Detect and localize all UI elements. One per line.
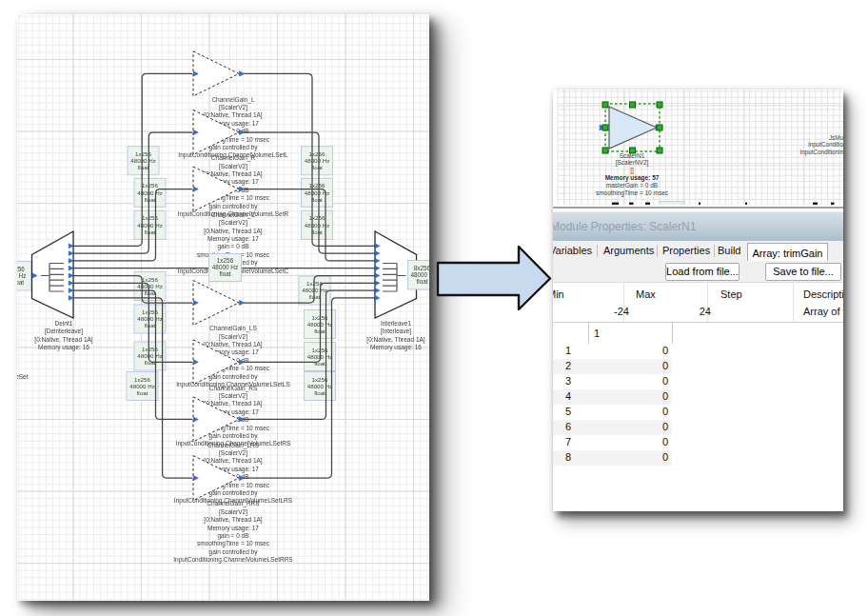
svg-text:ScalerN1: ScalerN1 bbox=[620, 152, 645, 159]
svg-text:ChannelGain_LRS: ChannelGain_LRS bbox=[207, 442, 260, 449]
svg-text:gain = 0 dB: gain = 0 dB bbox=[217, 243, 248, 250]
svg-text:00 Hz: 00 Hz bbox=[17, 272, 26, 279]
svg-text:8x256: 8x256 bbox=[414, 265, 429, 271]
svg-text:Interleave1: Interleave1 bbox=[381, 320, 412, 327]
svg-text:ChannelGain_LS: ChannelGain_LS bbox=[209, 325, 257, 332]
svg-text:gain controlled by: gain controlled by bbox=[209, 373, 259, 381]
svg-text:Memory usage: 16: Memory usage: 16 bbox=[38, 344, 89, 351]
svg-text:[Deinterleave]: [Deinterleave] bbox=[45, 328, 83, 335]
svg-text:1x256: 1x256 bbox=[309, 214, 326, 221]
svg-text:[0:Native, Thread 1A]: [0:Native, Thread 1A] bbox=[204, 228, 262, 235]
svg-text:[ScalerV2]: [ScalerV2] bbox=[219, 104, 247, 111]
svg-text:gain controlled by: gain controlled by bbox=[209, 203, 259, 210]
svg-text:1x256: 1x256 bbox=[142, 182, 158, 189]
svg-text:masterGain = 0 dB: masterGain = 0 dB bbox=[606, 182, 658, 189]
svg-text:48000 H: 48000 H bbox=[410, 271, 429, 278]
svg-text:gain controlled by: gain controlled by bbox=[209, 144, 259, 151]
svg-text:float: float bbox=[145, 322, 156, 328]
svg-text:float: float bbox=[145, 196, 156, 203]
svg-text:gain controlled by: gain controlled by bbox=[209, 548, 259, 556]
svg-text:float: float bbox=[314, 389, 326, 396]
svg-text:float: float bbox=[309, 293, 321, 300]
svg-text:48000 Hz: 48000 Hz bbox=[137, 222, 163, 229]
svg-text:[ScalerV2]: [ScalerV2] bbox=[219, 219, 247, 227]
svg-text:48000 Hz: 48000 Hz bbox=[305, 157, 330, 164]
svg-text:float: float bbox=[138, 164, 149, 170]
svg-text:InputConditionin: InputConditionin bbox=[799, 149, 843, 156]
svg-text:48000 Hz: 48000 Hz bbox=[307, 383, 333, 389]
svg-text:ChannelGain_C: ChannelGain_C bbox=[211, 211, 256, 219]
svg-text:gain controlled by: gain controlled by bbox=[209, 432, 259, 440]
svg-text:gain controlled by: gain controlled by bbox=[209, 489, 259, 497]
svg-text:48000 Hz: 48000 Hz bbox=[212, 264, 238, 270]
svg-text:smoothingTime = 10 msec: smoothingTime = 10 msec bbox=[197, 540, 270, 547]
svg-text:float: float bbox=[416, 278, 427, 285]
svg-text:[0:Native, Thread 1A]: [0:Native, Thread 1A] bbox=[204, 516, 262, 524]
svg-text:1x256: 1x256 bbox=[217, 257, 234, 264]
svg-text:48000 Hz: 48000 Hz bbox=[137, 315, 163, 322]
svg-text:Deint1: Deint1 bbox=[55, 320, 73, 327]
svg-text:[ScalerV2]: [ScalerV2] bbox=[219, 333, 247, 341]
svg-text:float: float bbox=[219, 270, 230, 277]
svg-text:seSet: seSet bbox=[17, 373, 29, 380]
svg-text:1x256: 1x256 bbox=[142, 276, 158, 283]
svg-text:float: float bbox=[145, 229, 156, 235]
svg-text:[0:Native, Thread 1A]: [0:Native, Thread 1A] bbox=[204, 457, 262, 465]
svg-text:48000 Hz: 48000 Hz bbox=[137, 189, 163, 196]
svg-text:float: float bbox=[311, 196, 323, 203]
svg-text:[]: [] bbox=[630, 167, 634, 174]
svg-text:[Interleave]: [Interleave] bbox=[381, 328, 411, 335]
svg-text:48000 Hz: 48000 Hz bbox=[137, 352, 163, 359]
svg-text:Memory usage: 16: Memory usage: 16 bbox=[370, 344, 422, 351]
svg-text:float: float bbox=[311, 229, 323, 235]
svg-text:[0:Native, Thread 1A]: [0:Native, Thread 1A] bbox=[34, 336, 92, 344]
svg-text:48000 Hz: 48000 Hz bbox=[129, 383, 155, 389]
svg-text:[0:Native, Thread 1A]: [0:Native, Thread 1A] bbox=[366, 336, 424, 344]
svg-text:float: float bbox=[17, 279, 24, 286]
svg-text:ChannelGain_R: ChannelGain_R bbox=[211, 154, 256, 162]
svg-text:ChannelGain_RRS: ChannelGain_RRS bbox=[207, 500, 260, 507]
svg-text:[ScalerV2]: [ScalerV2] bbox=[219, 392, 247, 400]
svg-text:InputConditioning.ChannelVolum: InputConditioning.ChannelVolumeLSetRRS bbox=[173, 556, 293, 564]
svg-text:ChannelGain_L: ChannelGain_L bbox=[211, 96, 255, 104]
svg-text:smoothingTime = 10 msec: smoothingTime = 10 msec bbox=[596, 189, 669, 197]
svg-text:[0:Native, Thread 1A]: [0:Native, Thread 1A] bbox=[204, 341, 262, 348]
svg-text:1x256: 1x256 bbox=[309, 182, 326, 189]
svg-text:Memory usage: 17: Memory usage: 17 bbox=[207, 235, 259, 243]
svg-text:48000 Hz: 48000 Hz bbox=[130, 157, 156, 164]
svg-text:1x256: 1x256 bbox=[134, 376, 150, 383]
svg-text:Memory usage: 17: Memory usage: 17 bbox=[207, 525, 259, 532]
svg-text:gain = 0 dB: gain = 0 dB bbox=[217, 532, 248, 540]
svg-text:[ScalerNV2]: [ScalerNV2] bbox=[616, 159, 649, 167]
svg-text:[ScalerV2]: [ScalerV2] bbox=[219, 449, 247, 457]
svg-text:float: float bbox=[137, 389, 148, 396]
svg-text:[ScalerV2]: [ScalerV2] bbox=[219, 508, 247, 516]
svg-text:1x256: 1x256 bbox=[309, 150, 326, 157]
svg-text:Memory usage: 57: Memory usage: 57 bbox=[605, 174, 660, 182]
svg-text:[ScalerV2]: [ScalerV2] bbox=[219, 163, 247, 170]
svg-text:[0:Native, Thread 1A]: [0:Native, Thread 1A] bbox=[204, 111, 262, 119]
svg-text:ChannelGain_RS: ChannelGain_RS bbox=[209, 385, 258, 392]
svg-text:JsMu: JsMu bbox=[829, 134, 843, 141]
svg-text:float: float bbox=[311, 164, 323, 170]
svg-text:x256: x256 bbox=[17, 266, 25, 272]
